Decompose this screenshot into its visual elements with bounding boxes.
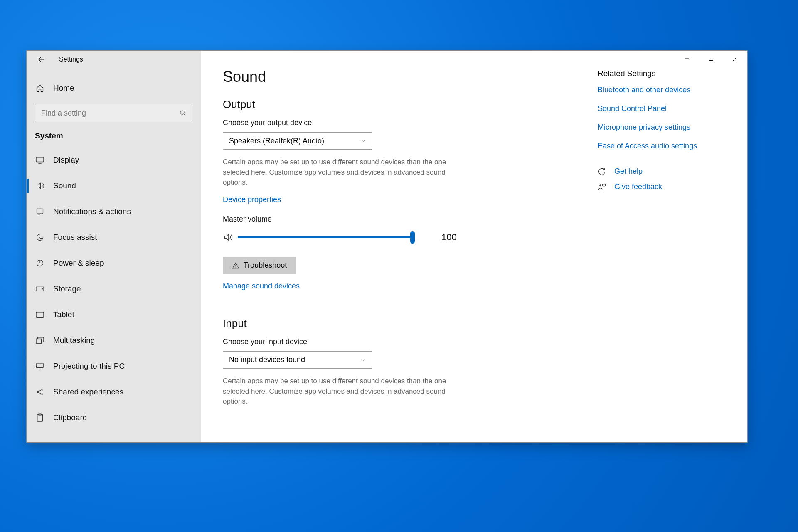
related-heading: Related Settings: [598, 69, 722, 78]
svg-point-15: [603, 168, 605, 170]
power-icon: [35, 259, 45, 267]
multitasking-icon: [35, 337, 45, 344]
nav-label: Tablet: [53, 310, 74, 319]
display-icon: [35, 156, 45, 164]
sound-icon: [35, 182, 45, 190]
troubleshoot-button[interactable]: Troubleshoot: [223, 257, 296, 274]
svg-point-9: [37, 391, 38, 392]
feedback-icon: [598, 183, 607, 191]
link-microphone-privacy[interactable]: Microphone privacy settings: [598, 123, 722, 132]
svg-point-10: [42, 389, 43, 390]
home-icon: [35, 84, 45, 92]
nav-label: Power & sleep: [53, 259, 104, 268]
sidebar-item-sound[interactable]: Sound: [27, 173, 201, 199]
svg-rect-2: [37, 209, 43, 214]
warning-icon: [232, 262, 239, 269]
nav-label: Multitasking: [53, 336, 95, 345]
sidebar-item-projecting[interactable]: Projecting to this PC: [27, 353, 201, 379]
notifications-icon: [35, 207, 45, 216]
sidebar-item-clipboard[interactable]: Clipboard: [27, 405, 201, 431]
svg-point-16: [599, 184, 601, 186]
input-hint: Certain apps may be set up to use differ…: [223, 376, 468, 407]
volume-icon: [223, 233, 235, 242]
search-input[interactable]: [41, 109, 180, 118]
get-help-link[interactable]: Get help: [614, 167, 643, 176]
link-bluetooth[interactable]: Bluetooth and other devices: [598, 86, 722, 94]
get-help-row[interactable]: Get help: [598, 167, 722, 176]
svg-rect-6: [36, 312, 44, 318]
device-properties-link[interactable]: Device properties: [223, 195, 281, 204]
nav-label: Display: [53, 155, 79, 165]
output-heading: Output: [223, 98, 564, 111]
slider-thumb[interactable]: [410, 231, 415, 244]
svg-rect-8: [37, 363, 43, 368]
sidebar-item-shared[interactable]: Shared experiences: [27, 379, 201, 405]
master-volume-row: 100: [223, 232, 564, 243]
projecting-icon: [35, 362, 45, 370]
settings-window: Settings Home System Display Sound: [26, 50, 748, 443]
nav-label: Shared experiences: [53, 387, 123, 397]
storage-icon: [35, 286, 45, 292]
sidebar-item-notifications[interactable]: Notifications & actions: [27, 199, 201, 224]
link-ease-of-access-audio[interactable]: Ease of Access audio settings: [598, 142, 722, 150]
chevron-down-icon: [360, 357, 366, 363]
give-feedback-row[interactable]: Give feedback: [598, 182, 722, 191]
link-sound-control-panel[interactable]: Sound Control Panel: [598, 104, 722, 113]
maximize-button[interactable]: [699, 51, 723, 66]
sidebar-item-display[interactable]: Display: [27, 147, 201, 173]
output-device-select[interactable]: Speakers (Realtek(R) Audio): [223, 132, 372, 150]
window-controls: [675, 51, 747, 66]
sidebar-item-focus-assist[interactable]: Focus assist: [27, 224, 201, 250]
svg-rect-7: [36, 339, 42, 343]
minimize-button[interactable]: [675, 51, 699, 66]
svg-point-0: [180, 111, 184, 114]
sidebar-item-tablet[interactable]: Tablet: [27, 302, 201, 328]
search-icon: [180, 110, 186, 116]
nav-label: Projecting to this PC: [53, 362, 125, 371]
main-area: Sound Output Choose your output device S…: [201, 51, 747, 442]
input-heading: Input: [223, 317, 564, 330]
sidebar-item-storage[interactable]: Storage: [27, 276, 201, 302]
search-box[interactable]: [35, 104, 192, 122]
input-device-value: No input devices found: [229, 355, 305, 364]
nav-label: Clipboard: [53, 413, 87, 422]
input-device-select[interactable]: No input devices found: [223, 351, 372, 369]
manage-sound-devices-link[interactable]: Manage sound devices: [223, 282, 300, 291]
page-title: Sound: [223, 68, 564, 86]
nav-label: Notifications & actions: [53, 207, 131, 216]
troubleshoot-label: Troubleshoot: [244, 261, 287, 270]
input-choose-label: Choose your input device: [223, 337, 564, 346]
nav-label: Focus assist: [53, 233, 97, 242]
sidebar-item-power-sleep[interactable]: Power & sleep: [27, 250, 201, 276]
svg-rect-12: [37, 414, 43, 421]
sidebar: Settings Home System Display Sound: [27, 51, 201, 442]
svg-rect-17: [603, 184, 606, 186]
nav-label: Sound: [53, 181, 76, 190]
related-settings-pane: Related Settings Bluetooth and other dev…: [598, 69, 722, 198]
svg-point-5: [42, 288, 43, 289]
chevron-down-icon: [360, 138, 366, 144]
shared-icon: [35, 388, 45, 396]
svg-rect-1: [36, 157, 44, 162]
content: Sound Output Choose your output device S…: [223, 68, 564, 442]
focus-icon: [35, 233, 45, 241]
svg-point-11: [42, 394, 43, 395]
close-button[interactable]: [723, 51, 747, 66]
category-label: System: [27, 131, 201, 147]
back-button[interactable]: [33, 52, 49, 67]
svg-rect-14: [709, 57, 713, 61]
titlebar: Settings: [27, 51, 201, 68]
clipboard-icon: [35, 413, 45, 422]
master-volume-slider[interactable]: [238, 236, 412, 238]
sidebar-item-multitasking[interactable]: Multitasking: [27, 328, 201, 353]
app-title: Settings: [59, 56, 83, 63]
output-choose-label: Choose your output device: [223, 118, 564, 127]
nav-list: Display Sound Notifications & actions Fo…: [27, 147, 201, 431]
nav-label: Storage: [53, 284, 81, 293]
home-label: Home: [53, 84, 74, 93]
sidebar-home[interactable]: Home: [27, 76, 201, 100]
output-hint: Certain apps may be set up to use differ…: [223, 157, 468, 188]
output-device-value: Speakers (Realtek(R) Audio): [229, 137, 324, 145]
give-feedback-link[interactable]: Give feedback: [614, 182, 662, 191]
help-icon: [598, 167, 607, 176]
